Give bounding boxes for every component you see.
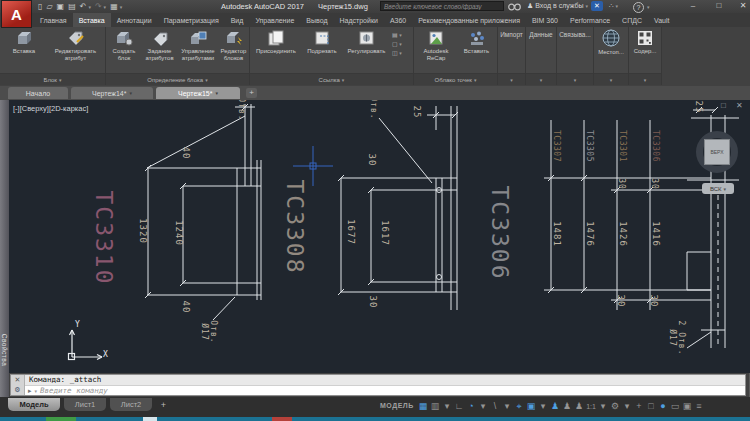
- annotation-scale-icon[interactable]: ♟: [574, 400, 584, 413]
- hardware-acceleration-icon[interactable]: ▣: [682, 400, 692, 413]
- grid-icon[interactable]: ▦: [418, 400, 428, 413]
- panel-footer-import[interactable]: ▾: [498, 73, 525, 85]
- binoculars-search-icon[interactable]: [508, 2, 521, 11]
- command-window[interactable]: ✕ ⚙ Команда: _attach ▸ ▾ Введите команду: [10, 374, 746, 396]
- search-input[interactable]: [380, 1, 504, 11]
- scale-dropdown-icon[interactable]: ▾: [598, 400, 608, 413]
- tab-parametrizaciya[interactable]: Параметризация: [158, 13, 225, 27]
- signin-button[interactable]: ♟ Вход в службы ▾: [527, 2, 588, 10]
- workspace-dropdown-icon[interactable]: ▾: [622, 400, 632, 413]
- viewport-restore-icon[interactable]: □: [721, 101, 726, 110]
- wrench-customize-icon[interactable]: ⚙: [11, 385, 24, 395]
- viewcube-face[interactable]: ВЕРХ: [704, 139, 730, 165]
- tab-vault[interactable]: Vault: [648, 13, 675, 27]
- layout-tab-list2[interactable]: Лист2: [110, 398, 152, 411]
- autodesk-recap-button[interactable]: Autodesk ReCap: [416, 29, 456, 62]
- command-close-icon[interactable]: ✕: [11, 375, 24, 385]
- redo-icon[interactable]: ↷: [95, 2, 102, 11]
- tab-performance[interactable]: Performance: [564, 13, 616, 27]
- autosnap-icon[interactable]: ⌖: [514, 400, 524, 413]
- snap-underlays-icon[interactable]: ◫ ▾: [392, 49, 402, 56]
- isodraft-icon[interactable]: \: [490, 400, 500, 413]
- workspace-icon[interactable]: ▦: [110, 2, 118, 11]
- adjust-button[interactable]: Регулировать: [343, 29, 390, 55]
- qat-menu-icon[interactable]: ▾: [120, 4, 123, 10]
- define-attributes-button[interactable]: Задание атрибутов: [142, 29, 177, 62]
- graphics-performance-icon[interactable]: ▭: [670, 400, 680, 413]
- panel-footer-data[interactable]: ▾: [526, 73, 556, 85]
- panel-footer-block-definition[interactable]: Определение блока ▾: [106, 73, 249, 85]
- tab-vyvod[interactable]: Вывод: [300, 13, 333, 27]
- block-editor-button[interactable]: Редактор блоков: [219, 29, 248, 62]
- scale-value[interactable]: 1:1: [586, 400, 596, 413]
- tab-nadstroyki[interactable]: Надстройки: [333, 13, 383, 27]
- new-file-icon[interactable]: ▯: [38, 2, 42, 11]
- object-snap-icon[interactable]: ▣: [526, 400, 536, 413]
- panel-footer-reference[interactable]: Ссылка ▾: [250, 73, 413, 85]
- insert-block-button[interactable]: Вставка: [2, 29, 46, 55]
- tab-annotacii[interactable]: Аннотации: [111, 13, 158, 27]
- insert-point-cloud-button[interactable]: Вставить: [458, 29, 495, 55]
- edit-attribute-button[interactable]: Редактировать атрибут: [48, 29, 103, 62]
- attach-button[interactable]: Присоединить: [252, 29, 300, 55]
- osnap-dropdown-icon[interactable]: ▾: [538, 400, 548, 413]
- new-layout-button[interactable]: +: [158, 400, 169, 411]
- viewport-controls-label[interactable]: [-][Сверху][2D-каркас]: [13, 104, 88, 113]
- clean-screen-icon[interactable]: ●: [658, 400, 668, 413]
- file-tab-drawing14[interactable]: Чертеж14* ▾: [71, 87, 153, 99]
- viewcube-wcs-dropdown[interactable]: ВСК ▾: [702, 183, 734, 194]
- tab-recommended-apps[interactable]: Рекомендованные приложения: [412, 13, 526, 27]
- polar-tracking-icon[interactable]: ◔: [466, 400, 476, 413]
- tab-a360[interactable]: A360: [384, 13, 412, 27]
- tab-vid[interactable]: Вид: [225, 13, 250, 27]
- clip-button[interactable]: Подрезать: [302, 29, 342, 55]
- autocad-logo[interactable]: A: [1, 0, 32, 28]
- open-file-icon[interactable]: ▱: [46, 2, 52, 11]
- chevron-down-icon[interactable]: ▾: [35, 388, 38, 394]
- tab-spds[interactable]: СПДС: [616, 13, 648, 27]
- design-center-button[interactable]: Содер...: [631, 29, 659, 55]
- redo-dropdown-icon[interactable]: ▾: [104, 4, 107, 10]
- window-close-button[interactable]: ✕: [736, 0, 750, 12]
- move-pan-icon[interactable]: +: [634, 400, 644, 413]
- model-space-label[interactable]: МОДЕЛЬ: [380, 402, 414, 409]
- autoscale-icon[interactable]: ♟: [562, 400, 572, 413]
- plot-icon[interactable]: ▤: [68, 2, 76, 11]
- layout-tab-model[interactable]: Модель: [8, 398, 60, 411]
- layout-tab-list1[interactable]: Лист1: [64, 398, 106, 411]
- tab-vstavka[interactable]: Вставка: [73, 13, 111, 27]
- exchange-apps-icon[interactable]: ✕: [591, 1, 603, 11]
- help-icon[interactable]: ?: [633, 2, 644, 13]
- undo-dropdown-icon[interactable]: ▾: [88, 4, 91, 10]
- file-tab-dropdown-icon[interactable]: ▾: [129, 90, 132, 96]
- tab-glavnaya[interactable]: Главная: [34, 13, 73, 27]
- frames-icon[interactable]: ▢ ▾: [392, 40, 402, 47]
- workspace-gear-icon[interactable]: ⚙: [610, 400, 620, 413]
- panel-footer-block[interactable]: Блок ▾: [0, 73, 105, 85]
- window-maximize-button[interactable]: □: [712, 0, 726, 12]
- underlay-layers-icon[interactable]: ▤ ▾: [392, 31, 402, 38]
- snap-icon[interactable]: ▥: [430, 400, 440, 413]
- drawing-canvas[interactable]: [-][Сверху][2D-каркас] ТС3310 ТС3308 ТС3…: [9, 100, 750, 373]
- isolate-objects-icon[interactable]: □: [646, 400, 656, 413]
- communication-center-icon[interactable]: ∴ ▾: [609, 2, 618, 10]
- isodraft-dropdown-icon[interactable]: ▾: [502, 400, 512, 413]
- set-location-button[interactable]: Местоп...: [596, 29, 626, 56]
- command-input-line[interactable]: ▸ ▾ Введите команду: [25, 386, 745, 395]
- annotation-visibility-icon[interactable]: ♟: [550, 400, 560, 413]
- help-dropdown-icon[interactable]: ▾: [647, 4, 650, 10]
- new-drawing-tab-button[interactable]: +: [246, 88, 257, 98]
- tab-bim360[interactable]: BIM 360: [526, 13, 564, 27]
- viewport-close-icon[interactable]: ✕: [736, 101, 743, 110]
- panel-footer-point-cloud[interactable]: Облако точек ▾: [414, 73, 497, 85]
- file-tab-dropdown-icon[interactable]: ▾: [215, 90, 218, 96]
- manage-attributes-button[interactable]: Управление атрибутами: [178, 29, 218, 62]
- ortho-icon[interactable]: ∟: [454, 400, 464, 413]
- recent-commands-icon[interactable]: ▸: [28, 387, 32, 395]
- panel-footer-location[interactable]: ▾: [594, 73, 628, 85]
- polar-dropdown-icon[interactable]: ▾: [478, 400, 488, 413]
- save-icon[interactable]: ▣: [57, 2, 65, 11]
- panel-footer-linking[interactable]: ▾: [557, 73, 593, 85]
- snap-dropdown-icon[interactable]: ▾: [442, 400, 452, 413]
- undo-icon[interactable]: ↶: [80, 2, 87, 11]
